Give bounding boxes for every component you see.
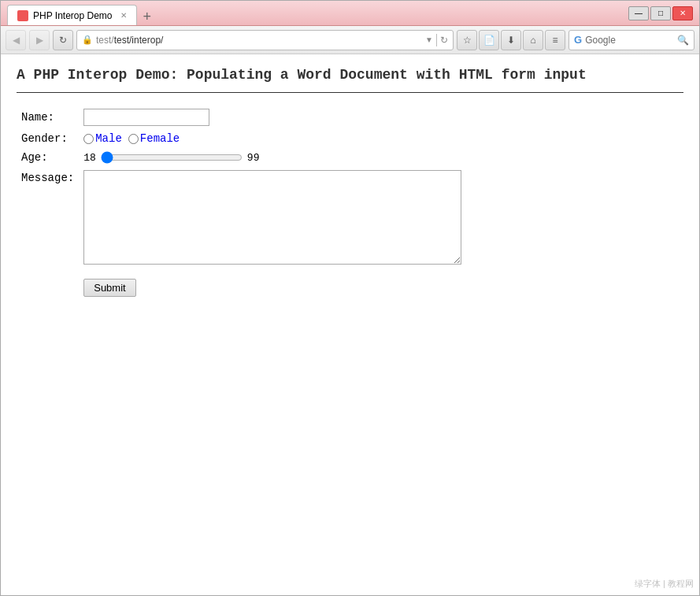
nav-actions: ☆ 📄 ⬇ ⌂ ≡ <box>457 30 565 50</box>
age-max-label: 99 <box>247 152 260 164</box>
titlebar: PHP Interop Demo ✕ + — □ ✕ <box>1 1 699 26</box>
search-button[interactable]: 🔍 <box>677 35 689 46</box>
name-cell <box>79 106 466 129</box>
maximize-button[interactable]: □ <box>650 6 671 20</box>
page-title: A PHP Interop Demo: Populating a Word Do… <box>17 67 683 83</box>
forward-button[interactable]: ▶ <box>29 30 50 50</box>
new-tab-button[interactable]: + <box>137 9 158 25</box>
divider <box>17 92 683 93</box>
tab-close-icon[interactable]: ✕ <box>120 11 127 20</box>
home-button[interactable]: ⌂ <box>523 30 543 50</box>
age-row: Age: 18 99 <box>17 148 466 167</box>
gender-female-option[interactable]: Female <box>128 132 180 145</box>
tab-favicon <box>17 10 28 21</box>
name-label: Name: <box>17 106 79 129</box>
gender-female-radio[interactable] <box>128 134 139 144</box>
reload-icon: ↻ <box>440 35 448 46</box>
submit-cell: Submit <box>79 271 466 300</box>
submit-button[interactable]: Submit <box>83 279 135 297</box>
gender-male-label: Male <box>95 132 122 145</box>
tab-area: PHP Interop Demo ✕ + <box>7 1 628 25</box>
search-bar[interactable]: G Google 🔍 <box>569 30 694 50</box>
menu-button[interactable]: ≡ <box>545 30 565 50</box>
address-icon: 🔒 <box>82 35 93 45</box>
age-cell: 18 99 <box>79 148 466 167</box>
active-tab[interactable]: PHP Interop Demo ✕ <box>7 5 137 25</box>
message-textarea[interactable] <box>83 170 461 265</box>
gender-radio-group: Male Female <box>83 132 461 145</box>
tab-title: PHP Interop Demo <box>33 10 113 21</box>
google-icon: G <box>574 34 582 46</box>
gender-label: Gender: <box>17 129 79 148</box>
age-slider[interactable] <box>101 151 243 164</box>
search-input-label: Google <box>585 35 674 46</box>
gender-male-option[interactable]: Male <box>83 132 122 145</box>
gender-cell: Male Female <box>79 129 466 148</box>
message-cell <box>79 167 466 271</box>
message-row: Message: <box>17 167 466 271</box>
gender-female-label: Female <box>140 132 180 145</box>
star-button[interactable]: ☆ <box>457 30 477 50</box>
gender-row: Gender: Male Female <box>17 129 466 148</box>
submit-spacer <box>17 271 79 300</box>
watermark: 绿字体 | 教程网 <box>635 578 694 590</box>
address-bar[interactable]: 🔒 test/test/interop/ ▼ ↻ <box>76 30 454 50</box>
back-button[interactable]: ◀ <box>6 30 26 50</box>
name-row: Name: <box>17 106 466 129</box>
age-label: Age: <box>17 148 79 167</box>
gender-male-radio[interactable] <box>83 134 94 144</box>
address-text: test/test/interop/ <box>96 35 425 46</box>
refresh-button[interactable]: ↻ <box>53 30 73 50</box>
address-main: test/interop/ <box>114 35 164 46</box>
form-table: Name: Gender: Male Female <box>17 106 466 300</box>
window-controls: — □ ✕ <box>628 6 693 20</box>
bookmark-button[interactable]: 📄 <box>479 30 499 50</box>
download-button[interactable]: ⬇ <box>501 30 521 50</box>
age-min-label: 18 <box>83 152 96 164</box>
dropdown-icon: ▼ <box>425 35 433 44</box>
separator <box>436 34 437 46</box>
close-button[interactable]: ✕ <box>672 6 693 20</box>
navbar: ◀ ▶ ↻ 🔒 test/test/interop/ ▼ ↻ ☆ 📄 ⬇ ⌂ ≡… <box>1 26 699 54</box>
page-content: A PHP Interop Demo: Populating a Word Do… <box>1 54 699 595</box>
name-input[interactable] <box>83 109 209 126</box>
minimize-button[interactable]: — <box>628 6 649 20</box>
submit-row: Submit <box>17 271 466 300</box>
address-prefix: test/ <box>96 35 114 46</box>
age-controls: 18 99 <box>83 151 461 164</box>
message-label: Message: <box>17 167 79 271</box>
browser-window: PHP Interop Demo ✕ + — □ ✕ ◀ ▶ ↻ 🔒 test/… <box>0 0 700 596</box>
